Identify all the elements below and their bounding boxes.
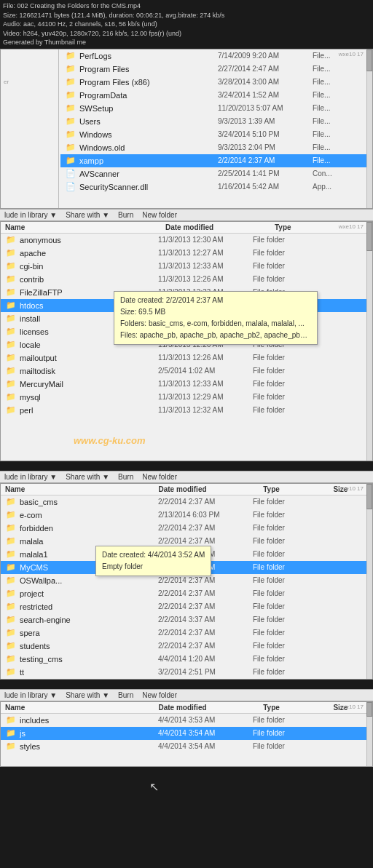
col-name-header4: Name [5, 704, 144, 712]
file-date: 2/2/2014 2:37 AM [158, 629, 253, 637]
file-type: File folder [253, 668, 311, 676]
table-row[interactable]: 📁 search-engine 2/2/2014 3:37 AM File fo… [1, 613, 372, 626]
file-name: testing_cms [20, 655, 158, 664]
toolbar3-library[interactable]: lude in library ▼ [4, 691, 57, 699]
file-date: 3/28/2014 3:00 AM [218, 78, 313, 86]
table-row[interactable]: 📁 spera 2/2/2014 2:37 AM File folder [1, 626, 372, 640]
file-date: 9/3/2013 1:39 AM [218, 117, 313, 125]
tooltip2: Date created: 4/4/2014 3:52 AM Empty fol… [95, 546, 211, 576]
section4-file-list: 📁 includes 4/4/2014 3:53 AM File folder … [1, 714, 372, 753]
file-date: 2/2/2014 2:37 AM [158, 498, 253, 506]
toolbar3-burn[interactable]: Burn [118, 691, 133, 699]
info-line4: Video: h264, yuv420p, 1280x720, 216 kb/s… [3, 29, 370, 39]
file-type: File folder [253, 655, 311, 663]
tooltip1-line3: Folders: basic_cms, e-com, forbidden, ma… [120, 318, 311, 330]
table-row[interactable]: 📁 testing_cms 4/4/2014 1:20 AM File fold… [1, 653, 372, 666]
toolbar2-newfolder[interactable]: New folder [142, 473, 177, 481]
file-type: File folder [253, 576, 311, 584]
toolbar3-share[interactable]: Share with ▼ [66, 691, 109, 699]
file-type: File folder [253, 498, 311, 506]
table-row[interactable]: 📁 ProgramData 3/24/2014 1:52 AM File... [60, 89, 366, 102]
toolbar1-library[interactable]: lude in library ▼ [4, 211, 57, 219]
folder-icon: 📁 [5, 365, 17, 377]
folder-icon: 📁 [65, 103, 76, 114]
table-row[interactable]: 📁 Users 9/3/2013 1:39 AM File... [60, 115, 366, 128]
file-name: AVScanner [79, 170, 218, 178]
file-type: File folder [253, 729, 311, 737]
file-date: 4/4/2014 3:54 AM [158, 742, 253, 750]
col-type-header4: Type [263, 704, 318, 712]
folder-icon: 📁 [5, 728, 17, 739]
file-type: File folder [253, 393, 311, 401]
tooltip1-line4: Files: apache_pb, apache_pb, apache_pb2,… [120, 330, 311, 341]
folder-icon: 📁 [5, 287, 17, 298]
table-row[interactable]: 📁 Windows 3/24/2014 5:10 PM File... [60, 128, 366, 141]
table-row[interactable]: 📁 anonymous 11/3/2013 12:30 AM File fold… [1, 234, 372, 247]
table-row[interactable]: 📁 Program Files 2/27/2014 2:47 AM File..… [60, 63, 366, 76]
info-line1: File: 002 Creating the Folders for the C… [3, 1, 370, 11]
table-row[interactable]: 📁 e-com 2/13/2014 6:03 PM File folder [1, 509, 372, 522]
file-date: 4/4/2014 3:54 AM [158, 729, 253, 737]
table-row[interactable]: 📁 SWSetup 11/20/2013 5:07 AM File... [60, 102, 366, 115]
toolbar2-library[interactable]: lude in library ▼ [4, 473, 57, 481]
table-row[interactable]: 📁 project 2/2/2014 2:37 AM File folder [1, 587, 372, 600]
toolbar2-share[interactable]: Share with ▼ [66, 473, 109, 481]
toolbar1-newfolder[interactable]: New folder [142, 211, 177, 219]
info-line3: Audio: aac, 44100 Hz, 2 channels, s16, 5… [3, 20, 370, 29]
table-row[interactable]: 📁 perl 11/3/2013 12:32 AM File folder [1, 404, 372, 417]
file-type: File folder [253, 236, 311, 244]
table-row[interactable]: 📁 Program Files (x86) 3/28/2014 3:00 AM … [60, 76, 366, 89]
table-row[interactable]: 📁 apache 11/3/2013 12:27 AM File folder [1, 247, 372, 260]
table-row[interactable]: 📁 PerfLogs 7/14/2009 9:20 AM File... [60, 49, 366, 63]
section4-header: Name Date modified Type Size [1, 702, 372, 714]
file-type: File folder [253, 367, 311, 375]
file-type: File folder [253, 602, 311, 610]
table-row[interactable]: 📁 restricted 2/2/2014 2:37 AM File folde… [1, 600, 372, 613]
toolbar3-newfolder[interactable]: New folder [142, 691, 177, 699]
table-row[interactable]: 📁 cgi-bin 11/3/2013 12:33 AM File folder [1, 260, 372, 273]
table-row[interactable]: 📁 mailtodisk 2/5/2014 1:02 AM File folde… [1, 365, 372, 378]
table-row[interactable]: 📄 SecurityScanner.dll 1/16/2014 5:42 AM … [60, 180, 366, 194]
col-type-header: Type [275, 223, 333, 231]
table-row[interactable]: 📁 MercuryMail 11/3/2013 12:33 AM File fo… [1, 378, 372, 391]
table-row[interactable]: 📁 Windows.old 9/3/2013 2:04 PM File... [60, 141, 366, 154]
section2-panel: lude in library ▼ Share with ▼ Burn New … [0, 209, 373, 471]
file-date: 2/5/2014 1:02 AM [158, 367, 253, 375]
file-name: mailtodisk [20, 367, 158, 375]
file-date: 2/27/2014 2:47 AM [218, 65, 313, 73]
toolbar1-burn[interactable]: Burn [118, 211, 133, 219]
table-row[interactable]: 📁 mysql 11/3/2013 12:29 AM File folder [1, 391, 372, 404]
table-row[interactable]: 📁 includes 4/4/2014 3:53 AM File folder [1, 714, 372, 727]
table-row[interactable]: 📁 tt 3/2/2014 2:51 PM File folder [1, 666, 372, 679]
file-name: search-engine [20, 616, 158, 624]
toolbar2-burn[interactable]: Burn [118, 473, 133, 481]
file-name: spera [20, 629, 158, 637]
file-type: App... [313, 183, 366, 191]
file-name: e-com [20, 511, 158, 519]
table-row[interactable]: 📁 contrib 11/3/2013 12:26 AM File folder [1, 273, 372, 286]
info-line5: Generated by Thumbnail me [3, 38, 370, 47]
folder-icon: 📁 [5, 326, 17, 338]
file-type: File... [313, 104, 366, 112]
file-date: 4/4/2014 1:20 AM [158, 655, 253, 663]
file-date: 1/16/2014 5:42 AM [218, 183, 313, 191]
table-row[interactable]: 📁 students 2/2/2014 2:37 AM File folder [1, 640, 372, 653]
table-row[interactable]: 📄 AVScanner 2/25/2014 1:41 PM Con... [60, 167, 366, 180]
folder-icon: 📁 [5, 405, 17, 416]
table-row[interactable]: 📁 basic_cms 2/2/2014 2:37 AM File folder [1, 495, 372, 509]
table-row[interactable]: 📁 styles 4/4/2014 3:54 AM File folder [1, 740, 372, 753]
folder-icon: 📁 [5, 300, 17, 311]
table-row[interactable]: 📁 xampp 2/2/2014 2:37 AM File... [60, 154, 366, 167]
file-date: 3/24/2014 5:10 PM [218, 130, 313, 138]
table-row[interactable]: 📁 forbidden 2/2/2014 2:37 AM File folder [1, 522, 372, 535]
file-name: SecurityScanner.dll [79, 183, 218, 191]
file-name: Program Files [79, 65, 218, 73]
file-name: xampp [79, 156, 218, 165]
table-row[interactable]: 📁 js 4/4/2014 3:54 AM File folder [1, 727, 372, 740]
table-row[interactable]: 📁 wordpress 2/5/2014 12:58 AM File folde… [1, 679, 372, 680]
file-type: File folder [253, 511, 311, 519]
file-date: 11/3/2013 12:29 AM [158, 393, 253, 401]
toolbar1-share[interactable]: Share with ▼ [66, 211, 109, 219]
file-type: File... [313, 130, 366, 138]
table-row[interactable]: 📁 mailoutput 11/3/2013 12:26 AM File fol… [1, 351, 372, 365]
